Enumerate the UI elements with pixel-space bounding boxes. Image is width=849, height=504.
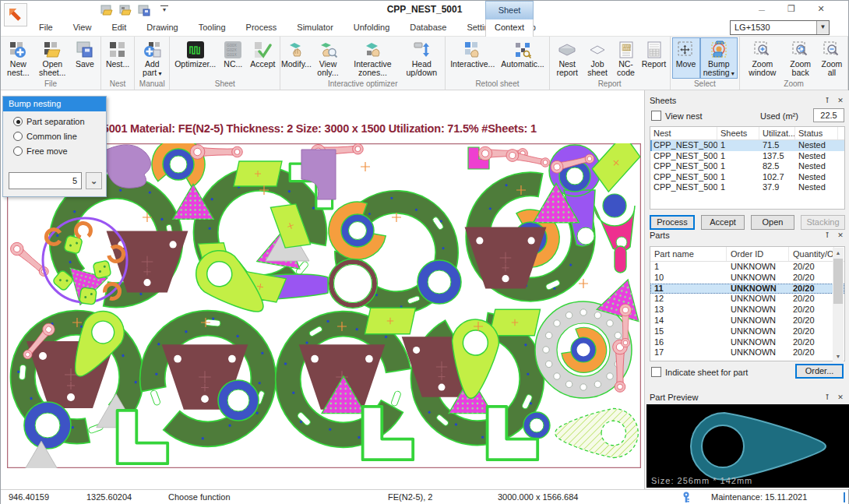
- accept-sheet-button[interactable]: Accept: [701, 215, 745, 230]
- process-button[interactable]: Process: [650, 215, 695, 230]
- tab-simulator[interactable]: Simulator: [287, 19, 343, 37]
- nest-report-icon: [557, 40, 577, 60]
- checkbox-icon[interactable]: [651, 111, 661, 121]
- interactive-zones-button[interactable]: Interactive zones...: [346, 37, 400, 79]
- bump-nesting-button[interactable]: Bump nesting: [700, 37, 738, 79]
- radio-free-move[interactable]: Free move: [13, 146, 106, 156]
- add-part-button[interactable]: Add part: [136, 37, 167, 79]
- parts-scrollbar[interactable]: ▲ ▼: [833, 248, 844, 361]
- app-logo-icon[interactable]: [4, 3, 27, 26]
- parts-table[interactable]: Part nameOrder IDQuantity/Ordered 1UNKNO…: [650, 246, 845, 361]
- zoom-all-button[interactable]: Zoom all: [818, 37, 846, 79]
- tab-file[interactable]: File: [29, 19, 63, 37]
- pin-icon[interactable]: [822, 96, 833, 106]
- open-button[interactable]: Open: [751, 215, 794, 230]
- job-sheet-icon: [587, 40, 608, 60]
- radio-icon[interactable]: [13, 132, 23, 141]
- nest-button[interactable]: Nest...: [103, 37, 132, 79]
- ribbon-group-report: Nest report Job sheet 10100101 NC-code R…: [550, 37, 671, 90]
- table-row[interactable]: 12UNKNOWN20/20: [650, 294, 844, 305]
- view-only-button[interactable]: View only...: [310, 37, 345, 79]
- dialog-title[interactable]: Bump nesting: [3, 97, 106, 111]
- scroll-up-icon[interactable]: ▲: [833, 248, 844, 258]
- close-icon[interactable]: [835, 231, 846, 241]
- table-row[interactable]: 13UNKNOWN20/20: [650, 305, 844, 315]
- table-row[interactable]: CPP_NEST_50041 102.7Nested: [650, 172, 844, 183]
- context-tab-group-header: Sheet: [485, 1, 534, 19]
- window-title: CPP_NEST_5001: [1, 4, 848, 15]
- tab-drawing[interactable]: Drawing: [136, 19, 188, 37]
- part-preview: Size: 256mm * 142mm: [646, 404, 849, 488]
- retool-automatic-icon: [513, 40, 533, 60]
- table-row[interactable]: CPP_NEST_50031 82.5Nested: [650, 161, 844, 172]
- indicate-sheet-checkbox[interactable]: Indicate sheet for part: [651, 367, 748, 377]
- table-row[interactable]: 16UNKNOWN20/20: [650, 337, 844, 348]
- zoom-back-button[interactable]: Zoom back: [783, 37, 817, 79]
- table-row[interactable]: 11UNKNOWN20/20: [650, 284, 844, 294]
- sheets-table-header[interactable]: NestSheets Utilizat...Status: [650, 127, 844, 140]
- radio-icon[interactable]: [13, 146, 23, 156]
- ribbon-group-retool-sheet: Interactive... Automatic... Retool sheet: [446, 37, 550, 90]
- table-row[interactable]: 1UNKNOWN20/20: [650, 262, 844, 273]
- nc-code-button[interactable]: 10100101 NC-code: [612, 37, 640, 79]
- accept-button[interactable]: Accept: [247, 37, 278, 79]
- new-nest-button[interactable]: New nest...: [2, 37, 34, 79]
- order-button[interactable]: Order...: [795, 364, 844, 379]
- ribbon-group-select: Move Bump nesting Select: [671, 37, 741, 90]
- pin-icon[interactable]: [822, 393, 833, 403]
- close-button[interactable]: [809, 2, 833, 16]
- parts-table-header[interactable]: Part nameOrder IDQuantity/Ordered: [650, 247, 844, 262]
- tab-tooling[interactable]: Tooling: [188, 19, 236, 37]
- svg-text:0101: 0101: [623, 48, 632, 51]
- tab-view[interactable]: View: [63, 19, 102, 37]
- nested-part-hatched-teardrop[interactable]: [555, 409, 639, 458]
- ribbon-group-manual: Add part Manual: [135, 37, 170, 90]
- zoom-window-button[interactable]: Zoom window: [742, 37, 783, 79]
- bump-step-input[interactable]: 5: [9, 172, 82, 189]
- machine-selector-combo[interactable]: LG+1530: [730, 20, 830, 35]
- head-updown-button[interactable]: Head up/down: [400, 37, 444, 79]
- maximize-button[interactable]: [780, 2, 803, 16]
- optimizer-button[interactable]: Optimizer...: [171, 37, 219, 79]
- table-row[interactable]: 14UNKNOWN20/20: [650, 315, 844, 326]
- bump-nesting-dialog: Bump nesting Part separation Common line…: [2, 96, 107, 197]
- nest-report-button[interactable]: Nest report: [551, 37, 583, 79]
- view-nest-checkbox[interactable]: View nest: [651, 111, 703, 121]
- minimize-button[interactable]: [750, 2, 773, 16]
- chevron-down-icon[interactable]: [816, 21, 829, 34]
- interactive-zones-icon: [363, 40, 383, 60]
- table-row[interactable]: 15UNKNOWN20/20: [650, 326, 844, 337]
- tab-context[interactable]: Context: [485, 19, 534, 37]
- report-button[interactable]: Report: [640, 37, 668, 79]
- save-button[interactable]: Save: [71, 37, 99, 79]
- modify-button[interactable]: Modify...: [282, 37, 310, 79]
- move-button[interactable]: Move: [672, 37, 700, 79]
- table-row[interactable]: CPP_NEST_50051 37.9Nested: [650, 182, 844, 193]
- close-icon[interactable]: [835, 393, 846, 403]
- sheets-table[interactable]: NestSheets Utilizat...Status CPP_NEST_50…: [650, 126, 845, 210]
- bump-step-dropdown[interactable]: [86, 172, 102, 189]
- radio-icon[interactable]: [13, 117, 23, 126]
- table-row[interactable]: CPP_NEST_50011 71.5Nested: [650, 140, 844, 151]
- tab-edit[interactable]: Edit: [101, 19, 136, 37]
- retool-interactive-button[interactable]: Interactive...: [447, 37, 498, 79]
- radio-common-line[interactable]: Common line: [13, 132, 106, 141]
- table-row[interactable]: 10UNKNOWN20/20: [650, 273, 844, 284]
- close-icon[interactable]: [835, 96, 846, 106]
- pin-icon[interactable]: [822, 231, 833, 241]
- table-row[interactable]: CPP_NEST_50021 137.5Nested: [650, 151, 844, 162]
- tab-process[interactable]: Process: [236, 19, 287, 37]
- checkbox-icon[interactable]: [651, 367, 661, 377]
- scroll-down-icon[interactable]: ▼: [833, 351, 844, 361]
- right-panel: Sheets View nest Used (m²) 22.5 NestShee…: [644, 90, 849, 489]
- tab-unfolding[interactable]: Unfolding: [343, 19, 400, 37]
- table-row[interactable]: 17UNKNOWN20/20: [650, 347, 844, 358]
- radio-part-separation[interactable]: Part separation: [13, 117, 106, 126]
- tab-database[interactable]: Database: [400, 19, 456, 37]
- open-sheet-button[interactable]: Open sheet...: [34, 37, 71, 79]
- scrollbar-thumb[interactable]: [833, 259, 843, 304]
- retool-automatic-button[interactable]: Automatic...: [498, 37, 547, 79]
- nc-button[interactable]: G00XG02XG01X NC...: [219, 37, 247, 79]
- arrow-logo-icon: [7, 6, 24, 23]
- job-sheet-button[interactable]: Job sheet: [583, 37, 612, 79]
